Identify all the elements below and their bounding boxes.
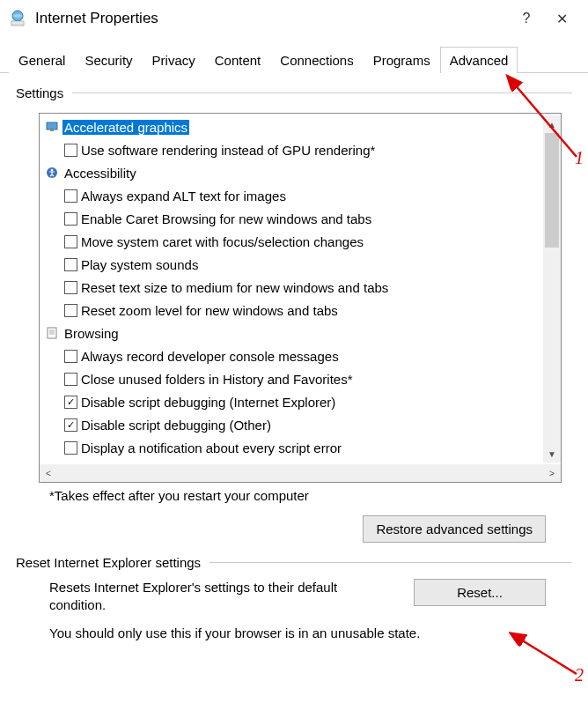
scroll-thumb[interactable] (545, 133, 559, 248)
internet-options-icon (9, 10, 26, 27)
help-button[interactable]: ? (509, 11, 544, 26)
tree-item-label: Use software rendering instead of GPU re… (81, 143, 375, 158)
scroll-down-icon[interactable]: ▼ (543, 445, 561, 462)
settings-tree[interactable]: Accelerated graphicsUse software renderi… (39, 113, 562, 483)
reset-warning: You should only use this if your browser… (49, 625, 546, 640)
tab-connections[interactable]: Connections (270, 47, 363, 73)
tab-advanced[interactable]: Advanced (440, 47, 518, 73)
svg-rect-5 (50, 130, 54, 131)
checkbox[interactable] (64, 212, 77, 226)
doc-icon (45, 326, 59, 340)
checkbox[interactable]: ✓ (64, 418, 77, 432)
tree-item-label: Display a notification about every scrip… (81, 440, 342, 455)
horizontal-scrollbar[interactable]: < > (40, 464, 561, 482)
tree-item[interactable]: Display a notification about every scrip… (40, 436, 543, 459)
scroll-up-icon[interactable]: ▲ (543, 115, 561, 133)
tab-content[interactable]: Content (205, 47, 271, 73)
tree-item-label: Play system sounds (81, 257, 198, 272)
checkbox[interactable] (64, 235, 77, 248)
tree-item[interactable]: ✓Disable script debugging (Internet Expl… (40, 390, 543, 413)
tree-category[interactable]: Accessibility (40, 161, 543, 184)
divider (209, 562, 572, 563)
reset-group: Reset Internet Explorer settings Resets … (16, 555, 572, 640)
tree-item-label: Move system caret with focus/selection c… (81, 234, 364, 249)
tree-category[interactable]: Accelerated graphics (40, 115, 543, 138)
vertical-scrollbar[interactable]: ▲ ▼ (543, 115, 561, 462)
tree-item[interactable]: Reset zoom level for new windows and tab… (40, 299, 543, 322)
settings-label: Settings (16, 85, 63, 100)
scroll-right-icon[interactable]: > (543, 469, 561, 478)
tree-item-label: Reset text size to medium for new window… (81, 280, 388, 295)
tree-item[interactable]: Always record developer console messages (40, 344, 543, 367)
checkbox[interactable] (64, 189, 77, 203)
checkbox[interactable] (64, 350, 77, 363)
tree-item[interactable]: Enable Caret Browsing for new windows an… (40, 207, 543, 230)
tree-item[interactable]: Always expand ALT text for images (40, 184, 543, 207)
divider (72, 92, 572, 93)
tab-security[interactable]: Security (75, 47, 142, 73)
checkbox[interactable] (64, 281, 77, 294)
tree-item-label: Disable script debugging (Other) (81, 418, 271, 433)
close-button[interactable]: ✕ (544, 11, 579, 27)
svg-rect-1 (11, 21, 24, 26)
checkbox[interactable] (64, 144, 77, 157)
tab-strip: General Security Privacy Content Connect… (0, 37, 588, 73)
checkbox[interactable] (64, 441, 77, 455)
tree-item[interactable]: Close unused folders in History and Favo… (40, 367, 543, 390)
access-icon (45, 166, 59, 180)
scroll-left-icon[interactable]: < (40, 469, 57, 478)
tree-category[interactable]: Browsing (40, 322, 543, 344)
tree-item[interactable]: Move system caret with focus/selection c… (40, 230, 543, 253)
restart-note: *Takes effect after you restart your com… (49, 488, 562, 503)
annotation-1: 1 (575, 148, 584, 168)
titlebar: Internet Properties ? ✕ (0, 0, 588, 37)
tab-programs[interactable]: Programs (364, 47, 440, 73)
window-title: Internet Properties (35, 10, 509, 27)
monitor-icon (45, 120, 59, 134)
checkbox[interactable] (64, 304, 77, 317)
tree-item[interactable]: Reset text size to medium for new window… (40, 276, 543, 299)
tree-item-label: Always record developer console messages (81, 349, 339, 364)
tree-item[interactable]: Play system sounds (40, 253, 543, 276)
tree-item-label: Disable script debugging (Internet Explo… (81, 395, 335, 410)
checkbox[interactable] (64, 258, 77, 271)
reset-group-label: Reset Internet Explorer settings (16, 555, 201, 570)
svg-rect-8 (48, 328, 56, 338)
annotation-2: 2 (575, 665, 584, 685)
restore-advanced-button[interactable]: Restore advanced settings (363, 515, 546, 543)
tab-general[interactable]: General (9, 47, 75, 73)
svg-rect-4 (47, 122, 57, 130)
reset-description: Resets Internet Explorer's settings to t… (49, 579, 396, 613)
settings-group: Settings Accelerated graphicsUse softwar… (16, 85, 572, 543)
svg-point-7 (51, 169, 54, 172)
tree-item[interactable]: Use software rendering instead of GPU re… (40, 138, 543, 161)
tree-category-label: Accessibility (62, 166, 138, 181)
tab-privacy[interactable]: Privacy (143, 47, 205, 73)
tree-item-label: Close unused folders in History and Favo… (81, 372, 352, 387)
tree-item-label: Enable Caret Browsing for new windows an… (81, 211, 371, 226)
tree-item-label: Reset zoom level for new windows and tab… (81, 303, 338, 318)
tree-category-label: Accelerated graphics (62, 120, 189, 135)
tree-item-label: Always expand ALT text for images (81, 189, 286, 204)
reset-button[interactable]: Reset... (414, 579, 546, 606)
tree-category-label: Browsing (62, 326, 121, 341)
checkbox[interactable] (64, 373, 77, 386)
tree-item[interactable]: ✓Disable script debugging (Other) (40, 413, 543, 436)
checkbox[interactable]: ✓ (64, 396, 77, 409)
